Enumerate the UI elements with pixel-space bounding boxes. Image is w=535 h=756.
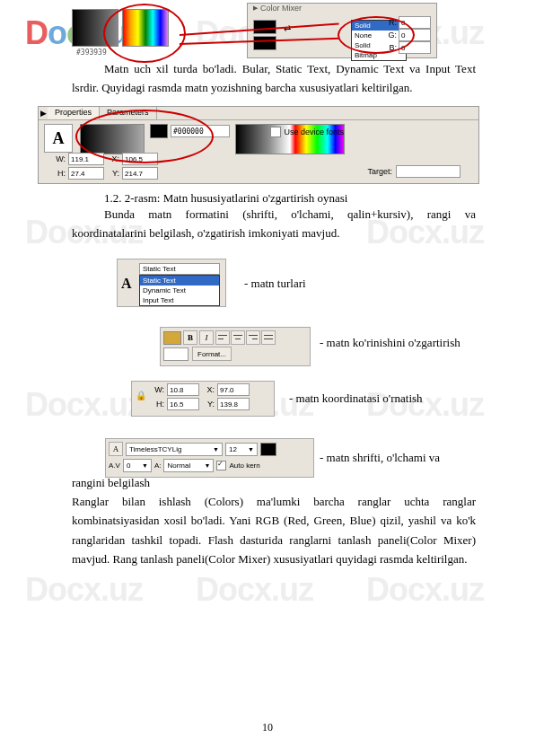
page-number: 10	[262, 721, 273, 734]
a-icon: A	[121, 276, 132, 292]
font-size: 12	[229, 445, 237, 453]
y-lbl: Y:	[202, 400, 215, 409]
h-label: H:	[53, 169, 66, 178]
h-lbl: H:	[152, 400, 164, 409]
font-a-icon: A	[109, 442, 123, 456]
watermark-faded: Docx.uz	[25, 571, 143, 609]
small-dropdown[interactable]	[163, 347, 189, 361]
text-tool-icon: A	[44, 124, 73, 153]
char-spacing-input[interactable]: 0▼	[123, 459, 152, 472]
para-2-container: Bunda matn formatini (shrifti, o'lchami,…	[72, 205, 476, 243]
x-in[interactable]: 97.0	[217, 383, 250, 396]
highlight-circle	[103, 4, 186, 63]
text-type-input[interactable]: Input Text	[140, 295, 219, 305]
italic-button[interactable]: I	[199, 330, 214, 345]
w-lbl: W:	[152, 385, 164, 394]
caption-coord: - matn koordinatasi o'rnatish	[289, 391, 423, 406]
w-label: W:	[53, 154, 66, 163]
h-input[interactable]: 27.4	[68, 167, 104, 180]
font-name-dropdown[interactable]: TimelessTCYLig ▼	[126, 443, 223, 456]
font-size-dropdown[interactable]: 12 ▼	[225, 443, 258, 456]
highlight-ellipse-2	[75, 110, 214, 163]
y-label: Y:	[107, 169, 119, 178]
para-2: Bunda matn formatini (shrifti, o'lchami,…	[72, 205, 476, 243]
text-type-static[interactable]: Static Text	[140, 276, 219, 286]
checkbox-icon[interactable]	[270, 127, 281, 137]
highlight-ellipse	[338, 16, 415, 54]
text-type-list: Static Text Dynamic Text Input Text	[139, 275, 220, 306]
format-button[interactable]: Format...	[192, 347, 232, 361]
text-type-dynamic[interactable]: Dynamic Text	[140, 286, 219, 295]
lock-icon[interactable]: 🔒	[136, 391, 146, 400]
para-3: Ranglar bilan ishlash (Colors) ma'lumki …	[72, 492, 476, 569]
auto-kern-checkbox[interactable]	[216, 461, 226, 470]
chevron-down-icon: ▼	[213, 446, 219, 453]
caption-format: - matn ko'rinishini o'zgartirish	[320, 336, 460, 350]
para-1-container: Matn uch xil turda bo'ladi. Bular, Stati…	[72, 59, 476, 98]
text-type-panel: A Static Text Static Text Dynamic Text I…	[117, 259, 226, 307]
x-lbl: X:	[202, 385, 215, 394]
auto-kern-label: Auto kern	[229, 462, 259, 470]
font-name: TimelessTCYLig	[129, 445, 181, 453]
font-style: Normal	[167, 462, 190, 470]
target-label: Target:	[367, 167, 392, 176]
av-label: A.V	[109, 462, 120, 470]
font-color-swatch[interactable]	[260, 443, 276, 456]
y-input[interactable]: 214.7	[122, 167, 158, 180]
caption-font: - matn shrifti, o'lchami va	[320, 451, 440, 465]
watermark-faded: Docx.uz	[196, 571, 313, 609]
w-in[interactable]: 10.8	[167, 383, 199, 396]
align-justify-button[interactable]	[261, 330, 276, 345]
use-device-fonts[interactable]: Use device fonts	[270, 127, 344, 137]
watermark-faded: Docx.uz	[366, 571, 484, 609]
color-mixer-title: Color Mixer	[253, 4, 302, 13]
expand-icon[interactable]: ▶	[39, 107, 48, 119]
align-center-button[interactable]	[231, 330, 245, 345]
para-3-container: Ranglar bilan ishlash (Colors) ma'lumki …	[72, 492, 476, 569]
tab-properties[interactable]: Properties	[48, 107, 100, 119]
font-panel: A TimelessTCYLig ▼ 12 ▼ A.V 0▼ A: Normal…	[105, 438, 314, 478]
h-in[interactable]: 16.5	[167, 398, 199, 410]
align-left-button[interactable]	[215, 330, 230, 345]
text-type-current[interactable]: Static Text	[139, 263, 220, 275]
caption-types: - matn turlari	[244, 277, 306, 291]
text-color-swatch[interactable]	[163, 331, 181, 345]
coord-panel: 🔒 W: 10.8 X: 97.0 H: 16.5 Y: 139.8	[131, 381, 275, 417]
chevron-down-icon: ▼	[205, 462, 211, 469]
caption-font-2: rangini belgilash	[72, 476, 150, 490]
y-in[interactable]: 139.8	[217, 398, 250, 410]
target-input[interactable]	[396, 165, 460, 178]
align-right-button[interactable]	[246, 330, 260, 345]
aa-label: A:	[154, 462, 162, 470]
font-style-dropdown[interactable]: Normal ▼	[163, 459, 214, 472]
format-toolbar: B I Format...	[160, 327, 311, 366]
mixer-swatch-2[interactable]	[253, 36, 276, 50]
target-line: Target:	[367, 165, 460, 178]
bold-button[interactable]: B	[183, 330, 197, 345]
watermark-faded: Docx.uz	[25, 386, 143, 424]
use-device-fonts-label: Use device fonts	[284, 127, 344, 136]
hex-top: #393939	[76, 48, 107, 57]
para-1: Matn uch xil turda bo'ladi. Bular, Stati…	[72, 59, 476, 98]
chevron-down-icon: ▼	[248, 446, 254, 453]
